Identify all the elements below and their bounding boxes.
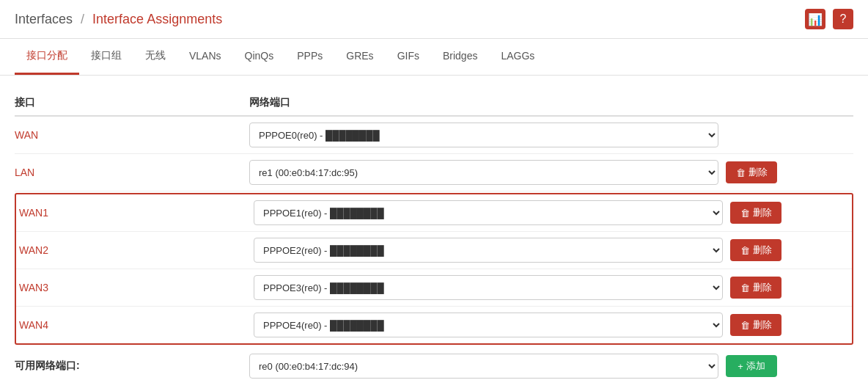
- table-row: WAN2 PPPOE2(re0) - ████████ 🗑 删除: [16, 232, 852, 269]
- tab-gres[interactable]: GREs: [334, 40, 385, 74]
- iface-name-wan2: WAN2: [19, 244, 246, 256]
- table-header: 接口 网络端口: [15, 90, 853, 117]
- delete-wan1-button[interactable]: 🗑 删除: [730, 202, 781, 224]
- add-label: 添加: [746, 359, 765, 373]
- plus-icon: +: [738, 361, 743, 372]
- tab-iface-assign[interactable]: 接口分配: [15, 39, 79, 75]
- save-row: 💾 保存 CSDN @h3110w0r1d: [15, 386, 853, 391]
- delete-label: 删除: [753, 244, 772, 257]
- iface-select-wan3[interactable]: PPPOE3(re0) - ████████: [254, 275, 723, 300]
- iface-select-lan[interactable]: re1 (00:e0:b4:17:dc:95): [249, 160, 718, 185]
- delete-label: 删除: [753, 281, 772, 294]
- help-icon[interactable]: ?: [833, 9, 853, 29]
- tab-wireless[interactable]: 无线: [133, 39, 177, 75]
- tab-gifs[interactable]: GIFs: [386, 40, 431, 74]
- tab-ppps[interactable]: PPPs: [285, 40, 334, 74]
- col-header-port: 网络端口: [249, 96, 290, 109]
- trash-icon: 🗑: [740, 320, 750, 331]
- tab-qinqs[interactable]: QinQs: [233, 40, 286, 74]
- table-row: LAN re1 (00:e0:b4:17:dc:95) 🗑 删除: [15, 154, 853, 191]
- iface-name-lan: LAN: [15, 167, 242, 178]
- trash-icon: 🗑: [740, 282, 750, 293]
- delete-wan3-button[interactable]: 🗑 删除: [730, 277, 781, 299]
- trash-icon: 🗑: [736, 167, 746, 178]
- table-row: WAN3 PPPOE3(re0) - ████████ 🗑 删除: [16, 269, 852, 307]
- breadcrumb-current: Interface Assignments: [92, 12, 222, 26]
- table-row: WAN PPPOE0(re0) - ████████: [15, 117, 853, 154]
- main-content: 接口 网络端口 WAN PPPOE0(re0) - ████████ LAN r…: [0, 76, 868, 391]
- iface-select-wan1[interactable]: PPPOE1(re0) - ████████: [254, 200, 723, 225]
- table-row: WAN1 PPPOE1(re0) - ████████ 🗑 删除: [16, 194, 852, 232]
- trash-icon: 🗑: [740, 208, 750, 219]
- breadcrumb-sep: /: [81, 12, 84, 26]
- delete-label: 删除: [749, 166, 768, 179]
- breadcrumb: Interfaces / Interface Assignments: [15, 12, 222, 27]
- table-row: WAN4 PPPOE4(re0) - ████████ 🗑 删除: [16, 307, 852, 343]
- tab-iface-group[interactable]: 接口组: [79, 39, 133, 75]
- delete-wan2-button[interactable]: 🗑 删除: [730, 239, 781, 261]
- iface-name-wan3: WAN3: [19, 282, 246, 293]
- highlighted-group: WAN1 PPPOE1(re0) - ████████ 🗑 删除 WAN2 PP…: [15, 193, 853, 345]
- breadcrumb-root: Interfaces: [15, 12, 73, 26]
- tab-laggs[interactable]: LAGGs: [489, 40, 546, 74]
- iface-name-wan4: WAN4: [19, 319, 246, 331]
- bar-chart-icon[interactable]: 📊: [805, 9, 825, 29]
- iface-name-wan: WAN: [15, 129, 242, 141]
- available-port-select[interactable]: re0 (00:e0:b4:17:dc:94): [249, 354, 718, 379]
- header-actions: 📊 ?: [805, 9, 853, 29]
- trash-icon: 🗑: [740, 245, 750, 256]
- page-header: Interfaces / Interface Assignments 📊 ?: [0, 0, 868, 39]
- delete-label: 删除: [753, 318, 772, 332]
- iface-select-wan4[interactable]: PPPOE4(re0) - ████████: [254, 313, 723, 337]
- delete-lan-button[interactable]: 🗑 删除: [726, 161, 777, 183]
- delete-label: 删除: [753, 206, 772, 219]
- tab-vlans[interactable]: VLANs: [177, 40, 233, 74]
- add-button[interactable]: + 添加: [726, 355, 777, 377]
- tab-bridges[interactable]: Bridges: [431, 40, 489, 74]
- col-header-iface: 接口: [15, 96, 249, 109]
- iface-select-wan[interactable]: PPPOE0(re0) - ████████: [249, 123, 718, 147]
- tabs-bar: 接口分配 接口组 无线 VLANs QinQs PPPs GREs GIFs B…: [0, 39, 868, 76]
- iface-select-wan2[interactable]: PPPOE2(re0) - ████████: [254, 238, 723, 263]
- available-port-label: 可用网络端口:: [15, 359, 242, 373]
- available-port-row: 可用网络端口: re0 (00:e0:b4:17:dc:94) + 添加: [15, 346, 853, 386]
- iface-name-wan1: WAN1: [19, 207, 246, 219]
- delete-wan4-button[interactable]: 🗑 删除: [730, 314, 781, 336]
